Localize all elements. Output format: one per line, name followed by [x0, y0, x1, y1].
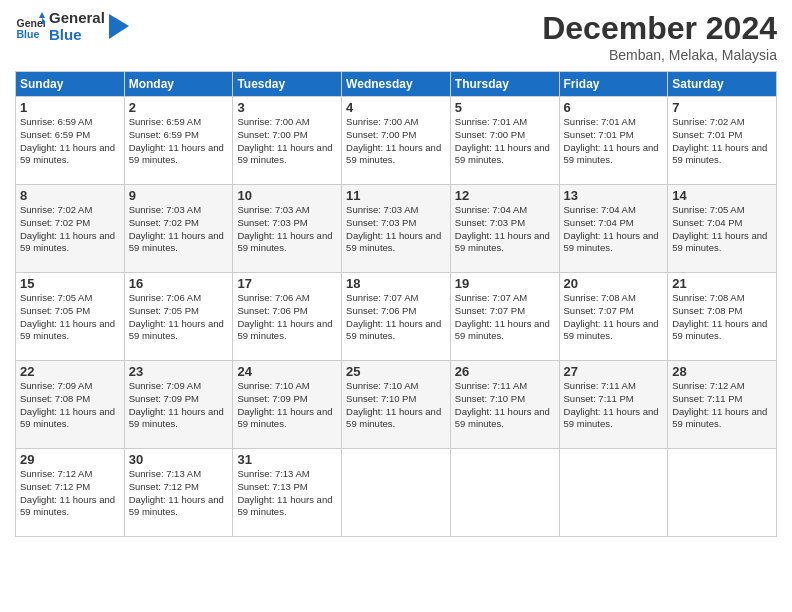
- day-info: Sunrise: 7:01 AM Sunset: 7:01 PM Dayligh…: [564, 116, 664, 167]
- day-number: 21: [672, 276, 772, 291]
- day-number: 16: [129, 276, 229, 291]
- day-number: 8: [20, 188, 120, 203]
- day-info: Sunrise: 7:08 AM Sunset: 7:07 PM Dayligh…: [564, 292, 664, 343]
- calendar-cell: 11 Sunrise: 7:03 AM Sunset: 7:03 PM Dayl…: [342, 185, 451, 273]
- day-number: 17: [237, 276, 337, 291]
- calendar-cell: 6 Sunrise: 7:01 AM Sunset: 7:01 PM Dayli…: [559, 97, 668, 185]
- calendar-cell: 28 Sunrise: 7:12 AM Sunset: 7:11 PM Dayl…: [668, 361, 777, 449]
- day-info: Sunrise: 7:09 AM Sunset: 7:09 PM Dayligh…: [129, 380, 229, 431]
- calendar-cell: 16 Sunrise: 7:06 AM Sunset: 7:05 PM Dayl…: [124, 273, 233, 361]
- calendar-cell: [559, 449, 668, 537]
- calendar-table: SundayMondayTuesdayWednesdayThursdayFrid…: [15, 71, 777, 537]
- day-info: Sunrise: 7:04 AM Sunset: 7:04 PM Dayligh…: [564, 204, 664, 255]
- day-info: Sunrise: 7:02 AM Sunset: 7:02 PM Dayligh…: [20, 204, 120, 255]
- day-info: Sunrise: 7:06 AM Sunset: 7:05 PM Dayligh…: [129, 292, 229, 343]
- header-thursday: Thursday: [450, 72, 559, 97]
- calendar-cell: 27 Sunrise: 7:11 AM Sunset: 7:11 PM Dayl…: [559, 361, 668, 449]
- calendar-cell: 1 Sunrise: 6:59 AM Sunset: 6:59 PM Dayli…: [16, 97, 125, 185]
- calendar-cell: 19 Sunrise: 7:07 AM Sunset: 7:07 PM Dayl…: [450, 273, 559, 361]
- day-info: Sunrise: 7:03 AM Sunset: 7:03 PM Dayligh…: [237, 204, 337, 255]
- header-row: SundayMondayTuesdayWednesdayThursdayFrid…: [16, 72, 777, 97]
- day-number: 2: [129, 100, 229, 115]
- day-number: 23: [129, 364, 229, 379]
- day-number: 10: [237, 188, 337, 203]
- calendar-cell: 5 Sunrise: 7:01 AM Sunset: 7:00 PM Dayli…: [450, 97, 559, 185]
- calendar-cell: 13 Sunrise: 7:04 AM Sunset: 7:04 PM Dayl…: [559, 185, 668, 273]
- day-number: 15: [20, 276, 120, 291]
- logo-blue: Blue: [49, 27, 105, 44]
- day-number: 4: [346, 100, 446, 115]
- location: Bemban, Melaka, Malaysia: [542, 47, 777, 63]
- day-number: 19: [455, 276, 555, 291]
- day-number: 13: [564, 188, 664, 203]
- calendar-page: General Blue General Blue December 2024 …: [0, 0, 792, 612]
- header-wednesday: Wednesday: [342, 72, 451, 97]
- day-number: 28: [672, 364, 772, 379]
- day-info: Sunrise: 7:07 AM Sunset: 7:06 PM Dayligh…: [346, 292, 446, 343]
- logo-general: General: [49, 10, 105, 27]
- day-info: Sunrise: 7:11 AM Sunset: 7:11 PM Dayligh…: [564, 380, 664, 431]
- calendar-cell: 8 Sunrise: 7:02 AM Sunset: 7:02 PM Dayli…: [16, 185, 125, 273]
- day-info: Sunrise: 7:10 AM Sunset: 7:09 PM Dayligh…: [237, 380, 337, 431]
- day-number: 24: [237, 364, 337, 379]
- day-info: Sunrise: 7:04 AM Sunset: 7:03 PM Dayligh…: [455, 204, 555, 255]
- calendar-cell: [342, 449, 451, 537]
- day-number: 6: [564, 100, 664, 115]
- week-row-3: 22 Sunrise: 7:09 AM Sunset: 7:08 PM Dayl…: [16, 361, 777, 449]
- calendar-cell: 10 Sunrise: 7:03 AM Sunset: 7:03 PM Dayl…: [233, 185, 342, 273]
- logo: General Blue General Blue: [15, 10, 129, 43]
- day-number: 12: [455, 188, 555, 203]
- calendar-cell: 26 Sunrise: 7:11 AM Sunset: 7:10 PM Dayl…: [450, 361, 559, 449]
- day-info: Sunrise: 7:03 AM Sunset: 7:03 PM Dayligh…: [346, 204, 446, 255]
- day-number: 25: [346, 364, 446, 379]
- day-info: Sunrise: 7:11 AM Sunset: 7:10 PM Dayligh…: [455, 380, 555, 431]
- day-number: 5: [455, 100, 555, 115]
- header-monday: Monday: [124, 72, 233, 97]
- header-sunday: Sunday: [16, 72, 125, 97]
- day-info: Sunrise: 6:59 AM Sunset: 6:59 PM Dayligh…: [20, 116, 120, 167]
- day-info: Sunrise: 7:00 AM Sunset: 7:00 PM Dayligh…: [237, 116, 337, 167]
- header-tuesday: Tuesday: [233, 72, 342, 97]
- svg-marker-4: [109, 14, 129, 39]
- header-saturday: Saturday: [668, 72, 777, 97]
- calendar-cell: 14 Sunrise: 7:05 AM Sunset: 7:04 PM Dayl…: [668, 185, 777, 273]
- day-number: 1: [20, 100, 120, 115]
- week-row-0: 1 Sunrise: 6:59 AM Sunset: 6:59 PM Dayli…: [16, 97, 777, 185]
- calendar-cell: 22 Sunrise: 7:09 AM Sunset: 7:08 PM Dayl…: [16, 361, 125, 449]
- calendar-cell: 17 Sunrise: 7:06 AM Sunset: 7:06 PM Dayl…: [233, 273, 342, 361]
- calendar-cell: 9 Sunrise: 7:03 AM Sunset: 7:02 PM Dayli…: [124, 185, 233, 273]
- day-number: 30: [129, 452, 229, 467]
- day-number: 18: [346, 276, 446, 291]
- calendar-cell: 24 Sunrise: 7:10 AM Sunset: 7:09 PM Dayl…: [233, 361, 342, 449]
- header-friday: Friday: [559, 72, 668, 97]
- title-block: December 2024 Bemban, Melaka, Malaysia: [542, 10, 777, 63]
- day-info: Sunrise: 7:00 AM Sunset: 7:00 PM Dayligh…: [346, 116, 446, 167]
- day-info: Sunrise: 7:12 AM Sunset: 7:11 PM Dayligh…: [672, 380, 772, 431]
- svg-text:Blue: Blue: [17, 27, 40, 39]
- logo-icon: General Blue: [15, 12, 45, 42]
- calendar-cell: 30 Sunrise: 7:13 AM Sunset: 7:12 PM Dayl…: [124, 449, 233, 537]
- calendar-cell: 2 Sunrise: 6:59 AM Sunset: 6:59 PM Dayli…: [124, 97, 233, 185]
- day-info: Sunrise: 7:13 AM Sunset: 7:12 PM Dayligh…: [129, 468, 229, 519]
- day-info: Sunrise: 7:08 AM Sunset: 7:08 PM Dayligh…: [672, 292, 772, 343]
- day-number: 31: [237, 452, 337, 467]
- day-number: 9: [129, 188, 229, 203]
- day-info: Sunrise: 6:59 AM Sunset: 6:59 PM Dayligh…: [129, 116, 229, 167]
- calendar-cell: 7 Sunrise: 7:02 AM Sunset: 7:01 PM Dayli…: [668, 97, 777, 185]
- day-number: 20: [564, 276, 664, 291]
- svg-marker-2: [39, 12, 45, 18]
- day-number: 27: [564, 364, 664, 379]
- day-info: Sunrise: 7:09 AM Sunset: 7:08 PM Dayligh…: [20, 380, 120, 431]
- day-number: 7: [672, 100, 772, 115]
- calendar-cell: 20 Sunrise: 7:08 AM Sunset: 7:07 PM Dayl…: [559, 273, 668, 361]
- week-row-2: 15 Sunrise: 7:05 AM Sunset: 7:05 PM Dayl…: [16, 273, 777, 361]
- calendar-cell: [668, 449, 777, 537]
- day-info: Sunrise: 7:06 AM Sunset: 7:06 PM Dayligh…: [237, 292, 337, 343]
- calendar-cell: 23 Sunrise: 7:09 AM Sunset: 7:09 PM Dayl…: [124, 361, 233, 449]
- day-info: Sunrise: 7:10 AM Sunset: 7:10 PM Dayligh…: [346, 380, 446, 431]
- day-info: Sunrise: 7:12 AM Sunset: 7:12 PM Dayligh…: [20, 468, 120, 519]
- calendar-cell: 25 Sunrise: 7:10 AM Sunset: 7:10 PM Dayl…: [342, 361, 451, 449]
- day-info: Sunrise: 7:05 AM Sunset: 7:04 PM Dayligh…: [672, 204, 772, 255]
- day-number: 26: [455, 364, 555, 379]
- day-number: 14: [672, 188, 772, 203]
